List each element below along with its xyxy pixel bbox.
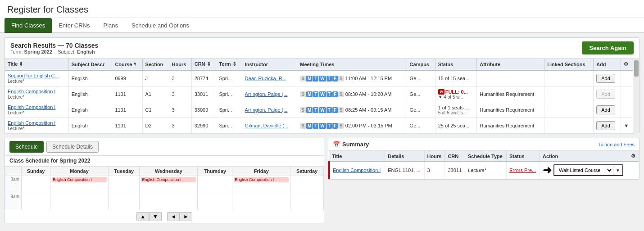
row3-campus: Ge... xyxy=(407,102,435,118)
course-link-row4[interactable]: English Composition I xyxy=(8,120,55,126)
row4-days: S M T W T F S xyxy=(300,123,344,129)
row1-crn: 28774 xyxy=(191,70,216,86)
row3-type: Lecture* xyxy=(8,110,24,115)
instructor-link-row4[interactable]: Gilman, Danielle (... xyxy=(245,123,289,128)
sum-col-title: Title xyxy=(329,151,385,162)
schedule-details-tab[interactable]: Schedule Details xyxy=(46,141,99,153)
row2-days: S M T W T F S xyxy=(300,91,344,97)
instructor-link-row1[interactable]: Dean-Ruzicka, R... xyxy=(245,76,286,81)
day-m2: M xyxy=(306,91,313,97)
row3-hours: 3 xyxy=(169,102,191,118)
schedule-tab[interactable]: Schedule xyxy=(9,141,44,153)
row3-days: S M T W T F S xyxy=(300,107,344,113)
results-scrollbar[interactable] xyxy=(633,59,639,134)
col-meeting-times[interactable]: Meeting Times xyxy=(297,59,407,70)
col-crn[interactable]: CRN ⇕ xyxy=(191,59,216,70)
tab-plans[interactable]: Plans xyxy=(97,18,125,33)
page-header: Register for Classes xyxy=(0,0,644,18)
row1-course-num: 0999 xyxy=(112,70,142,86)
col-subject[interactable]: Subject Descr xyxy=(68,59,112,70)
add-button-row4[interactable]: Add xyxy=(596,121,615,130)
col-course[interactable]: Course # xyxy=(112,59,142,70)
cal-tue-9 xyxy=(109,193,140,210)
row1-gear xyxy=(621,70,633,86)
col-status[interactable]: Status xyxy=(435,59,477,70)
add-button-row1[interactable]: Add xyxy=(596,74,615,83)
row4-type: Lecture* xyxy=(8,126,24,131)
col-linked[interactable]: Linked Sections xyxy=(544,59,594,70)
row3-status-seats: 1 of 1 seats ... xyxy=(438,105,474,110)
cal-nav-down[interactable]: ▼ xyxy=(149,212,162,221)
action-dropdown[interactable]: Wait Listed Course ▼ xyxy=(553,164,623,176)
summary-row: English Composition I ENGL 1101, ... 3 3… xyxy=(329,162,639,179)
col-attribute[interactable]: Attribute xyxy=(477,59,544,70)
cal-sun-9 xyxy=(22,193,50,210)
sum-row-schedule-type: Lecture* xyxy=(465,162,507,179)
col-title[interactable]: Title ⇕ xyxy=(5,59,68,70)
instructor-link-row3[interactable]: Arrington, Paige (... xyxy=(245,107,288,113)
col-section[interactable]: Section xyxy=(142,59,169,70)
day-t3: T xyxy=(313,107,318,113)
main-content: Search Results — 70 Classes Term: Spring… xyxy=(0,33,644,228)
row2-type: Lecture* xyxy=(8,95,24,100)
row1-type: Lecture* xyxy=(8,79,24,84)
tab-enter-crns[interactable]: Enter CRNs xyxy=(52,18,96,33)
tuition-fees-link[interactable]: Tuition and Fees xyxy=(598,142,635,147)
row2-meeting: S M T W T F S 08:30 AM - 10:20 AM xyxy=(297,86,407,102)
day-s4: S xyxy=(300,123,306,129)
row2-campus: Ge... xyxy=(407,86,435,102)
cal-nav-left[interactable]: ◄ xyxy=(167,212,180,221)
row1-meeting: S M T W T F S 11:00 AM - 12:15 PM xyxy=(297,70,407,86)
cal-sat-8 xyxy=(290,176,324,193)
course-link-row1[interactable]: Support for English C... xyxy=(8,73,59,78)
errors-preventing-link[interactable]: Errors Pre... xyxy=(509,168,536,173)
cal-nav-right[interactable]: ► xyxy=(180,212,192,221)
row2-course-num: 1101 xyxy=(112,86,142,102)
row2-status: ⊘ FULL: 0... ▼ 4 of 5 w... xyxy=(435,86,477,102)
col-term[interactable]: Term ⇕ xyxy=(216,59,242,70)
day-sat4: S xyxy=(338,123,344,129)
action-dropdown-arrow[interactable]: ▼ xyxy=(613,166,622,175)
col-gear[interactable]: ⚙ xyxy=(621,59,633,70)
day-w4: W xyxy=(319,123,326,129)
tab-schedule-options[interactable]: Schedule and Options xyxy=(125,18,196,33)
cal-sat-9 xyxy=(290,193,324,210)
time-8am: 8am xyxy=(5,176,22,193)
search-results-panel: Search Results — 70 Classes Term: Spring… xyxy=(5,37,639,134)
sum-row-status: Errors Pre... xyxy=(506,162,540,179)
day-sat2: S xyxy=(338,91,344,97)
row3-course-num: 1101 xyxy=(112,102,142,118)
row4-term: Spri... xyxy=(216,118,242,134)
cal-nav-up[interactable]: ▲ xyxy=(136,212,149,221)
col-add[interactable]: Add xyxy=(594,59,621,70)
col-campus[interactable]: Campus xyxy=(407,59,435,70)
row1-time: 11:00 AM - 12:15 PM xyxy=(345,76,392,81)
row2-gear xyxy=(621,86,633,102)
cal-row-9am: 9am xyxy=(5,193,324,210)
course-link-row3[interactable]: English Composition I xyxy=(8,104,55,110)
sum-course-link[interactable]: English Composition I xyxy=(333,168,381,173)
day-w1: W xyxy=(319,76,326,82)
search-again-button[interactable]: Search Again xyxy=(582,41,634,54)
full-badge: ⊘ FULL: 0... xyxy=(438,89,468,95)
cal-time-header xyxy=(5,167,22,176)
day-f4: F xyxy=(332,123,338,129)
row2-subject: English xyxy=(68,86,112,102)
day-th1: T xyxy=(327,76,332,82)
status-full-text: FULL: 0... xyxy=(445,89,468,95)
sum-row-action: ➜ Wait Listed Course ▼ xyxy=(540,162,628,179)
row2-section: A1 xyxy=(142,86,169,102)
cal-event-wed-8[interactable]: English Composition I xyxy=(141,177,196,182)
cal-saturday: Saturday xyxy=(290,167,324,176)
col-instructor[interactable]: Instructor xyxy=(242,59,297,70)
tab-find-classes[interactable]: Find Classes xyxy=(5,18,52,33)
course-link-row2[interactable]: English Composition I xyxy=(8,89,55,94)
subject-value: English xyxy=(77,49,95,54)
day-t4: T xyxy=(313,123,318,129)
instructor-link-row2[interactable]: Arrington, Paige (... xyxy=(245,91,288,97)
cal-event-fri-8[interactable]: English Composition I xyxy=(234,177,289,182)
col-hours[interactable]: Hours xyxy=(169,59,191,70)
cal-event-mon-8[interactable]: English Composition I xyxy=(52,177,107,182)
action-select[interactable]: Wait Listed Course xyxy=(554,165,613,175)
add-button-row3[interactable]: Add xyxy=(596,105,615,114)
